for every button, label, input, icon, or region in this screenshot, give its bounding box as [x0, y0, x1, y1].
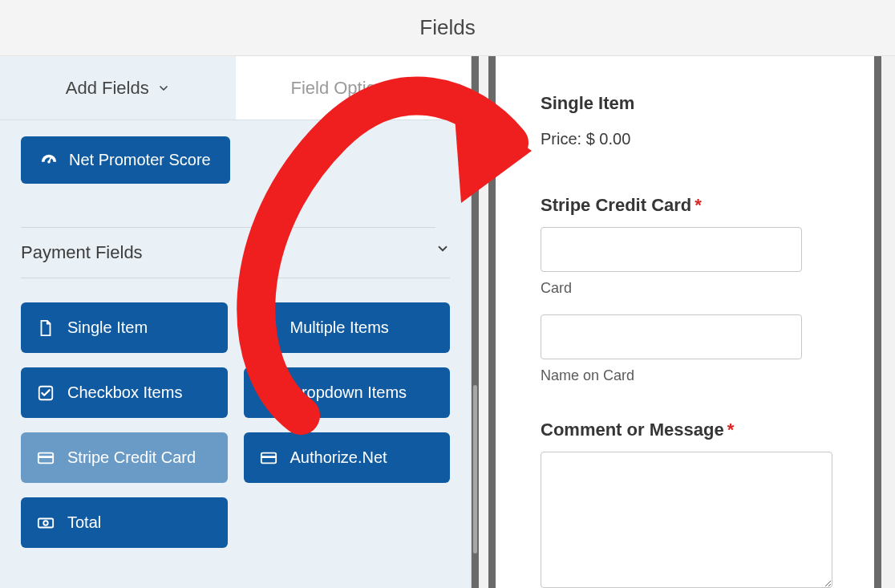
right-edge-gutter	[874, 56, 895, 588]
field-label: Total	[67, 513, 101, 532]
field-label: Dropdown Items	[290, 383, 407, 402]
svg-point-4	[261, 326, 265, 330]
field-multiple-items[interactable]: Multiple Items	[244, 302, 451, 353]
required-mark: *	[695, 195, 702, 215]
field-single-item[interactable]: Single Item	[21, 302, 228, 353]
name-on-card-sublabel: Name on Card	[541, 367, 850, 384]
tab-add-fields-label: Add Fields	[66, 78, 149, 99]
preview-item-heading: Single Item	[541, 93, 850, 114]
gauge-icon	[40, 152, 58, 169]
svg-rect-3	[267, 322, 275, 324]
payment-fields-grid: Single Item Multiple Items Checkb	[21, 302, 450, 548]
payment-fields-header[interactable]: Payment Fields	[21, 227, 450, 278]
field-stripe-credit-card[interactable]: Stripe Credit Card	[21, 432, 228, 483]
card-icon	[37, 449, 55, 467]
name-on-card-input[interactable]	[541, 314, 802, 359]
checkbox-icon	[37, 384, 55, 402]
tab-add-fields[interactable]: Add Fields	[0, 56, 236, 120]
left-body: Net Promoter Score Payment Fields Single…	[0, 120, 471, 580]
left-panel: Add Fields Field Options Net Promot	[0, 56, 472, 588]
file-icon	[37, 319, 55, 337]
svg-point-15	[43, 521, 48, 525]
field-label: Stripe Credit Card	[67, 448, 196, 467]
svg-rect-7	[267, 331, 275, 333]
field-checkbox-items[interactable]: Checkbox Items	[21, 367, 228, 418]
field-label: Checkbox Items	[67, 383, 182, 402]
left-tabs: Add Fields Field Options	[0, 56, 471, 120]
svg-rect-1	[49, 156, 52, 161]
panel-divider[interactable]	[472, 56, 496, 588]
preview-panel: Single Item Price: $ 0.00 Stripe Credit …	[496, 56, 895, 588]
money-icon	[37, 514, 55, 532]
dropdown-icon	[260, 384, 277, 402]
required-mark: *	[727, 420, 735, 440]
svg-rect-14	[38, 518, 53, 527]
list-icon	[260, 319, 277, 337]
svg-point-2	[261, 322, 265, 325]
nps-button-label: Net Promoter Score	[69, 151, 211, 169]
stripe-card-label: Stripe Credit Card*	[541, 195, 850, 216]
tab-field-options[interactable]: Field Options	[236, 56, 472, 120]
field-dropdown-items[interactable]: Dropdown Items	[244, 367, 451, 418]
card-sublabel: Card	[541, 280, 850, 297]
field-label: Authorize.Net	[290, 448, 387, 467]
net-promoter-score-button[interactable]: Net Promoter Score	[21, 136, 230, 184]
chevron-right-icon	[403, 82, 415, 95]
field-authorize-net[interactable]: Authorize.Net	[244, 432, 451, 483]
field-label: Multiple Items	[290, 318, 389, 337]
page-title: Fields	[419, 15, 475, 40]
svg-rect-5	[267, 327, 275, 329]
chevron-down-icon	[435, 241, 450, 256]
scrollbar-thumb[interactable]	[473, 385, 477, 554]
svg-point-6	[261, 330, 265, 334]
card-input[interactable]	[541, 227, 802, 272]
comment-textarea[interactable]	[541, 452, 832, 588]
field-total[interactable]: Total	[21, 497, 228, 548]
svg-rect-11	[38, 456, 53, 458]
field-label: Single Item	[67, 318, 148, 337]
payment-fields-title: Payment Fields	[21, 227, 435, 263]
comment-label: Comment or Message*	[541, 420, 850, 440]
main-split: Add Fields Field Options Net Promot	[0, 56, 895, 588]
tab-field-options-label: Field Options	[290, 78, 395, 99]
preview-price: Price: $ 0.00	[541, 130, 850, 148]
top-bar: Fields	[0, 0, 895, 56]
chevron-down-icon	[157, 82, 170, 95]
card-icon	[260, 449, 277, 467]
svg-rect-13	[261, 456, 275, 458]
